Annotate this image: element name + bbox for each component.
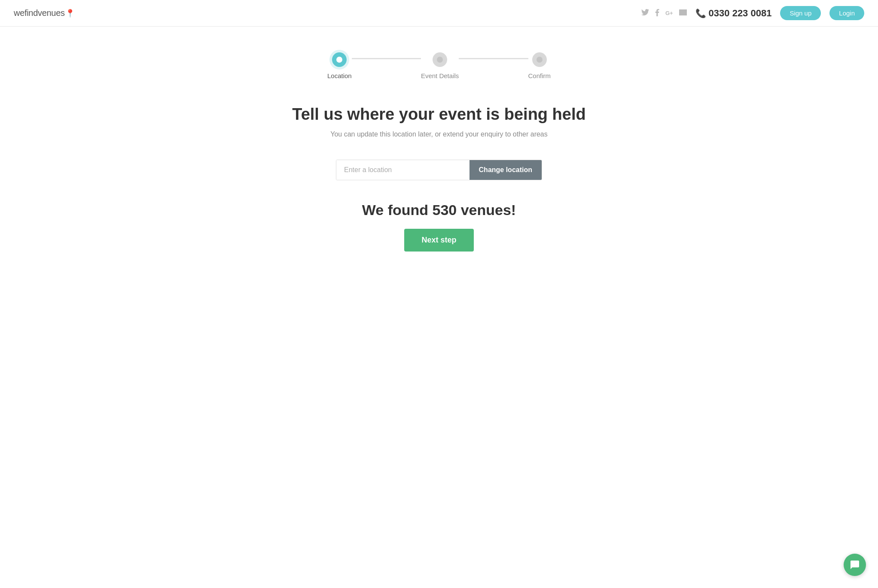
next-step-button[interactable]: Next step [404, 229, 473, 252]
page-subtitle: You can update this location later, or e… [330, 130, 548, 138]
logo[interactable]: wefindvenues 📍 [14, 8, 75, 18]
step-confirm-label: Confirm [528, 72, 551, 79]
step-event-details-circle [433, 52, 447, 67]
phone-number: 📞 0330 223 0081 [695, 8, 772, 19]
change-location-button[interactable]: Change location [469, 160, 542, 180]
step-confirm-circle [532, 52, 547, 67]
logo-text: wefindvenues [14, 8, 65, 18]
location-form: Change location [336, 160, 542, 180]
logo-pin-icon: 📍 [65, 9, 75, 17]
phone-icon: 📞 [695, 8, 706, 18]
venues-found-text: We found 530 venues! [362, 202, 516, 218]
step-event-details-label: Event Details [421, 72, 459, 79]
chat-icon [850, 560, 860, 570]
social-icons: G+ [641, 9, 687, 18]
header-right: G+ 📞 0330 223 0081 Sign up Login [641, 6, 864, 20]
email-icon[interactable] [679, 9, 687, 17]
step-location-label: Location [327, 72, 352, 79]
googleplus-icon[interactable]: G+ [665, 10, 673, 16]
page-title: Tell us where your event is being held [292, 105, 585, 124]
login-button[interactable]: Login [829, 6, 864, 20]
location-input[interactable] [336, 160, 469, 180]
signup-button[interactable]: Sign up [780, 6, 821, 20]
step-location: Location [327, 52, 352, 79]
twitter-icon[interactable] [641, 9, 649, 18]
step-line-2 [459, 58, 528, 59]
facebook-icon[interactable] [655, 9, 659, 18]
step-location-circle [332, 52, 347, 67]
step-event-details: Event Details [421, 52, 459, 79]
step-confirm: Confirm [528, 52, 551, 79]
step-line-1 [352, 58, 421, 59]
chat-button[interactable] [844, 554, 866, 576]
header: wefindvenues 📍 G+ 📞 0330 2 [0, 0, 878, 27]
progress-stepper: Location Event Details Confirm [327, 52, 551, 79]
main-content: Location Event Details Confirm Tell us w… [0, 27, 878, 286]
